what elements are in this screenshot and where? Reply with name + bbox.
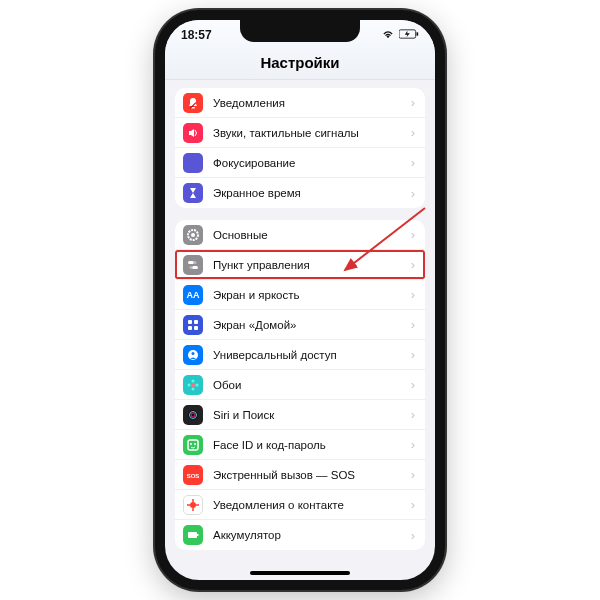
svg-rect-38 <box>188 532 197 538</box>
settings-row-exposure[interactable]: Уведомления о контакте› <box>175 490 425 520</box>
page-title: Настройки <box>165 50 435 80</box>
svg-point-33 <box>190 502 196 508</box>
svg-text:AA: AA <box>187 290 200 300</box>
svg-point-24 <box>192 387 195 390</box>
svg-rect-15 <box>188 320 192 324</box>
chevron-right-icon: › <box>411 497 415 512</box>
row-label: Уведомления о контакте <box>213 499 411 511</box>
row-label: Экранное время <box>213 187 411 199</box>
screen: 18:57 Настройки Уведомления›Звуки, такти… <box>165 20 435 580</box>
svg-point-9 <box>191 233 195 237</box>
svg-point-23 <box>196 383 199 386</box>
row-label: Звуки, тактильные сигналы <box>213 127 411 139</box>
svg-point-30 <box>190 443 192 445</box>
svg-rect-12 <box>192 266 198 269</box>
wifi-icon <box>381 28 395 42</box>
switches-icon <box>183 255 203 275</box>
row-label: Face ID и код-пароль <box>213 439 411 451</box>
battery-icon <box>399 28 419 42</box>
row-label: Основные <box>213 229 411 241</box>
svg-rect-16 <box>194 320 198 324</box>
row-label: Экран и яркость <box>213 289 411 301</box>
row-label: Обои <box>213 379 411 391</box>
row-label: Siri и Поиск <box>213 409 411 421</box>
notch <box>240 20 360 42</box>
svg-point-20 <box>192 352 195 355</box>
chevron-right-icon: › <box>411 317 415 332</box>
chevron-right-icon: › <box>411 227 415 242</box>
bell-icon <box>183 93 203 113</box>
virus-icon <box>183 495 203 515</box>
svg-rect-39 <box>197 534 199 536</box>
aa-icon: AA <box>183 285 203 305</box>
flower-icon <box>183 375 203 395</box>
svg-point-13 <box>190 266 193 269</box>
settings-row-siri[interactable]: Siri и Поиск› <box>175 400 425 430</box>
face-icon <box>183 435 203 455</box>
row-label: Пункт управления <box>213 259 411 271</box>
chevron-right-icon: › <box>411 257 415 272</box>
settings-row-notifications[interactable]: Уведомления› <box>175 88 425 118</box>
settings-group: Уведомления›Звуки, тактильные сигналы›Фо… <box>175 88 425 208</box>
chevron-right-icon: › <box>411 125 415 140</box>
settings-row-faceid[interactable]: Face ID и код-пароль› <box>175 430 425 460</box>
settings-row-wallpaper[interactable]: Обои› <box>175 370 425 400</box>
siri-icon <box>183 405 203 425</box>
settings-row-sounds[interactable]: Звуки, тактильные сигналы› <box>175 118 425 148</box>
row-label: Уведомления <box>213 97 411 109</box>
speaker-icon <box>183 123 203 143</box>
chevron-right-icon: › <box>411 467 415 482</box>
settings-row-sos[interactable]: SOSЭкстренный вызов — SOS› <box>175 460 425 490</box>
phone-frame: 18:57 Настройки Уведомления›Звуки, такти… <box>155 10 445 590</box>
chevron-right-icon: › <box>411 347 415 362</box>
svg-point-25 <box>188 383 191 386</box>
settings-row-focus[interactable]: Фокусирование› <box>175 148 425 178</box>
settings-row-screentime[interactable]: Экранное время› <box>175 178 425 208</box>
home-indicator <box>250 571 350 575</box>
row-label: Универсальный доступ <box>213 349 411 361</box>
chevron-right-icon: › <box>411 155 415 170</box>
svg-rect-17 <box>188 326 192 330</box>
chevron-right-icon: › <box>411 186 415 201</box>
settings-row-display[interactable]: AAЭкран и яркость› <box>175 280 425 310</box>
settings-row-general[interactable]: Основные› <box>175 220 425 250</box>
hourglass-icon <box>183 183 203 203</box>
settings-row-control-center[interactable]: Пункт управления› <box>175 250 425 280</box>
chevron-right-icon: › <box>411 287 415 302</box>
settings-row-home[interactable]: Экран «Домой»› <box>175 310 425 340</box>
gear-icon <box>183 225 203 245</box>
row-label: Аккумулятор <box>213 529 411 541</box>
battery-icon <box>183 525 203 545</box>
svg-point-31 <box>194 443 196 445</box>
settings-group: Основные›Пункт управления›AAЭкран и ярко… <box>175 220 425 550</box>
person-icon <box>183 345 203 365</box>
status-time: 18:57 <box>181 28 212 42</box>
chevron-right-icon: › <box>411 95 415 110</box>
svg-rect-5 <box>417 32 419 35</box>
svg-rect-10 <box>188 261 194 264</box>
chevron-right-icon: › <box>411 407 415 422</box>
svg-point-11 <box>194 261 197 264</box>
status-right <box>377 28 419 42</box>
row-label: Экстренный вызов — SOS <box>213 469 411 481</box>
svg-text:SOS: SOS <box>187 473 200 479</box>
chevron-right-icon: › <box>411 377 415 392</box>
chevron-right-icon: › <box>411 528 415 543</box>
row-label: Экран «Домой» <box>213 319 411 331</box>
svg-rect-18 <box>194 326 198 330</box>
settings-row-accessibility[interactable]: Универсальный доступ› <box>175 340 425 370</box>
moon-icon <box>183 153 203 173</box>
sos-icon: SOS <box>183 465 203 485</box>
settings-row-battery[interactable]: Аккумулятор› <box>175 520 425 550</box>
settings-list[interactable]: Уведомления›Звуки, тактильные сигналы›Фо… <box>165 80 435 578</box>
grid-icon <box>183 315 203 335</box>
svg-point-22 <box>192 379 195 382</box>
row-label: Фокусирование <box>213 157 411 169</box>
svg-point-21 <box>191 383 195 387</box>
chevron-right-icon: › <box>411 437 415 452</box>
